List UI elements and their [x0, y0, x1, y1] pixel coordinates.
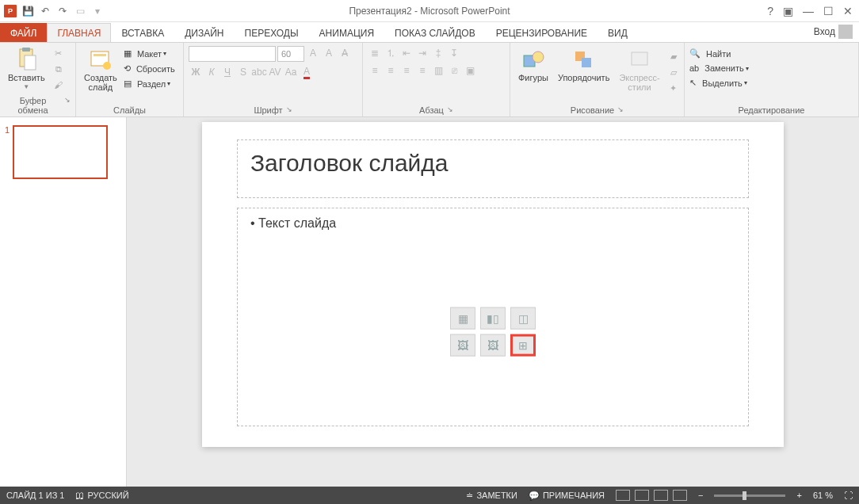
section-button[interactable]: ▤ Раздел ▾ [124, 78, 175, 90]
numbering-icon[interactable]: ⒈ [384, 46, 398, 60]
arrange-button[interactable]: Упорядочить [555, 46, 613, 84]
slide-counter[interactable]: СЛАЙД 1 ИЗ 1 [6, 491, 64, 500]
insert-picture-icon[interactable]: 🖼 [450, 334, 475, 357]
shape-fill-icon[interactable]: ▰ [666, 49, 681, 63]
zoom-out-icon[interactable]: − [698, 491, 703, 500]
increase-indent-icon[interactable]: ⇥ [415, 46, 430, 60]
chevron-down-icon: ▼ [23, 84, 29, 91]
normal-view-icon[interactable] [616, 490, 630, 501]
font-size-combo[interactable]: 60 [277, 46, 304, 62]
slide-sorter-view-icon[interactable] [635, 490, 649, 501]
redo-icon[interactable]: ↷ [55, 4, 70, 18]
tab-home[interactable]: ГЛАВНАЯ [47, 23, 111, 42]
smartart-icon[interactable]: ▣ [463, 63, 477, 78]
body-placeholder[interactable]: • Текст слайда ▦ ▮▯ ◫ 🖼 🖼 ⊞ [237, 208, 749, 426]
align-text-icon[interactable]: ⎚ [447, 63, 461, 78]
comments-icon: 💬 [529, 491, 540, 501]
font-family-combo[interactable] [189, 46, 276, 62]
tab-design[interactable]: ДИЗАЙН [174, 23, 234, 42]
clear-format-icon[interactable]: A̶ [338, 46, 352, 60]
tab-view[interactable]: ВИД [597, 23, 638, 42]
clipboard-launcher-icon[interactable]: ↘ [64, 96, 71, 115]
tab-file[interactable]: ФАЙЛ [0, 23, 47, 42]
shapes-button[interactable]: Фигуры [515, 46, 552, 84]
decrease-indent-icon[interactable]: ⇤ [399, 46, 414, 60]
paste-button[interactable]: Вставить ▼ [5, 46, 48, 93]
comments-button[interactable]: 💬ПРИМЕЧАНИЯ [529, 491, 605, 501]
reset-button[interactable]: ⟲ Сбросить [124, 63, 175, 74]
zoom-slider[interactable] [714, 494, 785, 497]
strikethrough-icon[interactable]: S [236, 65, 250, 79]
reading-view-icon[interactable] [654, 490, 668, 501]
italic-icon[interactable]: К [204, 65, 219, 79]
titlebar: P 💾 ↶ ↷ ▭ ▾ Презентация2 - Microsoft Pow… [0, 0, 859, 22]
shape-effects-icon[interactable]: ✦ [666, 81, 681, 95]
close-icon[interactable]: ✕ [843, 5, 853, 17]
font-launcher-icon[interactable]: ↘ [286, 105, 292, 115]
undo-icon[interactable]: ↶ [38, 4, 52, 18]
decrease-font-icon[interactable]: A [322, 46, 336, 60]
minimize-icon[interactable]: — [803, 5, 814, 17]
maximize-icon[interactable]: ☐ [823, 5, 834, 17]
align-right-icon[interactable]: ≡ [399, 63, 414, 78]
notes-button[interactable]: ≐ЗАМЕТКИ [466, 491, 517, 501]
thumbnail-preview[interactable] [13, 125, 108, 179]
insert-online-picture-icon[interactable]: 🖼 [480, 334, 506, 357]
text-direction-icon[interactable]: ↧ [447, 46, 461, 60]
replace-button[interactable]: ab Заменить ▾ [689, 63, 749, 74]
title-placeholder[interactable]: Заголовок слайда [237, 139, 749, 198]
layout-button[interactable]: ▦ Макет ▾ [124, 48, 175, 59]
insert-chart-icon[interactable]: ▮▯ [480, 307, 506, 330]
qat-more-icon[interactable]: ▾ [90, 4, 105, 18]
title-text: Заголовок слайда [250, 150, 449, 176]
zoom-in-icon[interactable]: + [796, 491, 801, 500]
shadow-icon[interactable]: abc [252, 65, 266, 79]
sign-in[interactable]: Вход [807, 21, 859, 42]
save-icon[interactable]: 💾 [21, 4, 35, 18]
select-button[interactable]: ↖ Выделить ▾ [689, 77, 749, 89]
bullets-icon[interactable]: ≣ [368, 46, 382, 60]
align-left-icon[interactable]: ≡ [368, 63, 382, 78]
underline-icon[interactable]: Ч [220, 65, 235, 79]
ribbon-options-icon[interactable]: ▣ [783, 5, 793, 17]
svg-rect-4 [94, 54, 106, 56]
format-painter-icon[interactable]: 🖌 [52, 78, 66, 92]
cut-icon[interactable]: ✂ [52, 46, 66, 60]
tab-insert[interactable]: ВСТАВКА [111, 23, 174, 42]
group-clipboard-label: Буфер обмена [5, 96, 61, 115]
insert-table-icon[interactable]: ▦ [450, 307, 475, 330]
find-button[interactable]: 🔍 Найти [689, 48, 749, 59]
shape-outline-icon[interactable]: ▱ [666, 65, 681, 79]
paragraph-launcher-icon[interactable]: ↘ [447, 105, 453, 115]
quick-styles-button[interactable]: Экспресс- стили [616, 46, 662, 94]
tab-animations[interactable]: АНИМАЦИЯ [309, 23, 384, 42]
language-button[interactable]: 🕮РУССКИЙ [75, 491, 128, 500]
thumbnail-pane[interactable]: 1 [0, 117, 127, 487]
group-drawing-label: Рисование [571, 105, 614, 115]
columns-icon[interactable]: ▥ [431, 63, 445, 78]
insert-video-icon[interactable]: ⊞ [510, 334, 536, 357]
increase-font-icon[interactable]: A [306, 46, 320, 60]
tab-slideshow[interactable]: ПОКАЗ СЛАЙДОВ [384, 23, 486, 42]
slideshow-view-icon[interactable] [673, 490, 687, 501]
insert-smartart-icon[interactable]: ◫ [510, 307, 536, 330]
bold-icon[interactable]: Ж [189, 65, 203, 79]
char-spacing-icon[interactable]: AV [268, 65, 282, 79]
zoom-level[interactable]: 61 % [813, 491, 833, 500]
drawing-launcher-icon[interactable]: ↘ [617, 105, 624, 115]
change-case-icon[interactable]: Aa [284, 65, 298, 79]
help-icon[interactable]: ? [767, 5, 773, 17]
tab-transitions[interactable]: ПЕРЕХОДЫ [235, 23, 309, 42]
font-color-icon[interactable]: A [300, 65, 314, 79]
line-spacing-icon[interactable]: ‡ [431, 46, 445, 60]
tab-review[interactable]: РЕЦЕНЗИРОВАНИЕ [486, 23, 597, 42]
new-slide-button[interactable]: Создать слайд [81, 46, 120, 94]
copy-icon[interactable]: ⧉ [52, 62, 66, 76]
justify-icon[interactable]: ≡ [415, 63, 430, 78]
thumbnail-item[interactable]: 1 [5, 125, 121, 179]
fit-window-icon[interactable]: ⛶ [844, 491, 853, 500]
start-from-beginning-icon[interactable]: ▭ [73, 4, 87, 18]
slide-canvas-area[interactable]: Заголовок слайда • Текст слайда ▦ ▮▯ ◫ 🖼… [127, 117, 859, 487]
slide[interactable]: Заголовок слайда • Текст слайда ▦ ▮▯ ◫ 🖼… [202, 122, 784, 447]
align-center-icon[interactable]: ≡ [384, 63, 398, 78]
